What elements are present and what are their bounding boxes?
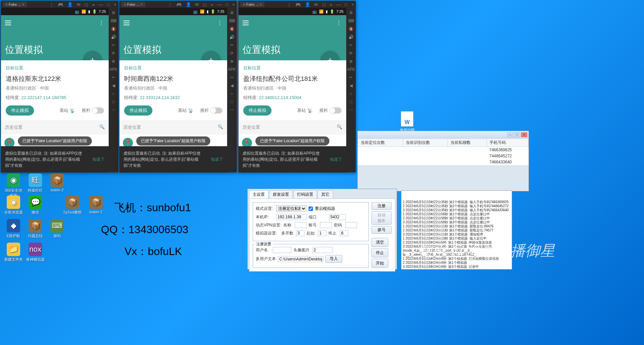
sidebar-tool-icon[interactable]: ○ bbox=[230, 91, 233, 96]
joystick-toggle[interactable]: 摇杆 bbox=[82, 107, 104, 114]
desktop-icon[interactable]: ◆E路护航 bbox=[3, 219, 24, 239]
sidebar-tool-icon[interactable]: ✂ bbox=[230, 75, 234, 80]
maximize-icon[interactable]: □ bbox=[226, 2, 228, 7]
sidebar-tool-icon[interactable]: ◀ bbox=[350, 83, 353, 88]
user-icon[interactable]: 👤 bbox=[305, 2, 310, 7]
sidebar-tool-icon[interactable]: ⌨ bbox=[229, 19, 235, 23]
mail-icon[interactable]: ✉ bbox=[314, 2, 318, 7]
sidebar-tool-icon[interactable]: ⚙ bbox=[349, 10, 353, 15]
sidebar-tool-icon[interactable]: ⊕ bbox=[112, 59, 115, 64]
joystick-toggle[interactable]: 摇杆 bbox=[319, 107, 342, 114]
table-row[interactable]: 7448645272 bbox=[358, 153, 529, 159]
stop-sim-button[interactable]: 停止模拟 bbox=[6, 105, 34, 116]
table-row[interactable]: 7466369825 bbox=[358, 147, 529, 153]
emu-titlebar[interactable]: ○ Fake ... × ⋮ 🎮 👤 ✉ ◻ « — □ × bbox=[1, 1, 118, 8]
square-icon[interactable]: ◻ bbox=[322, 2, 326, 7]
end-input[interactable] bbox=[340, 230, 348, 236]
minimize-button[interactable]: — bbox=[507, 132, 513, 137]
sidebar-tool-icon[interactable]: ✂ bbox=[349, 43, 353, 48]
gamepad-icon[interactable]: 🎮 bbox=[295, 2, 301, 7]
sidebar-tool-icon[interactable]: 🔇 bbox=[111, 27, 116, 31]
sidebar-tool-icon[interactable]: APK bbox=[109, 67, 117, 72]
desktop-icon[interactable]: 📦TgTool教程 bbox=[62, 195, 82, 215]
table-row[interactable]: 7466433640 bbox=[358, 159, 529, 165]
sidebar-tool-icon[interactable]: □ bbox=[350, 99, 352, 104]
toast-ok-button[interactable]: 知道了 bbox=[330, 156, 342, 162]
avatar-input[interactable] bbox=[312, 247, 332, 253]
chevrons-icon[interactable]: « bbox=[330, 2, 332, 7]
vert-dots-icon[interactable]: ⋮ bbox=[168, 2, 172, 7]
log-window[interactable]: 1 2022年6月5日15时22分35秒 第1个模拟器 输入手机号码746636… bbox=[401, 190, 512, 270]
sidebar-tool-icon[interactable]: ⊕ bbox=[349, 59, 353, 64]
desktop-icon[interactable]: ◉360安全浏览器 bbox=[3, 174, 24, 198]
emu-tab[interactable]: ○ Fake ... × bbox=[3, 2, 27, 7]
emu-titlebar[interactable]: ○ Fake ... × ⋮ 🎮 👤 ✉ ◻ « — □ × bbox=[119, 1, 237, 8]
close-icon[interactable]: × bbox=[351, 2, 354, 7]
sidebar-tool-icon[interactable]: ○ bbox=[350, 91, 352, 96]
desktop-icon[interactable]: 📦iosbin-2 bbox=[86, 195, 106, 214]
base-station-toggle[interactable]: 基站 📡 bbox=[297, 107, 313, 114]
dial-button[interactable]: 拨号 bbox=[371, 226, 392, 234]
start-input[interactable] bbox=[318, 230, 326, 236]
desktop-icon[interactable]: 📦iosbin-2 bbox=[47, 174, 67, 192]
user-icon[interactable]: 👤 bbox=[67, 2, 73, 7]
acct-input[interactable] bbox=[320, 222, 332, 228]
desktop-icon[interactable]: nox夜神模拟器 bbox=[25, 243, 45, 262]
sidebar-tool-icon[interactable]: APK bbox=[347, 67, 355, 72]
minimize-icon[interactable]: — bbox=[99, 2, 103, 7]
search-icon[interactable]: 🔍 bbox=[337, 124, 342, 130]
gamepad-icon[interactable]: 🎮 bbox=[58, 2, 63, 7]
joystick-toggle[interactable]: 摇杆 bbox=[200, 107, 222, 114]
vert-dots-icon[interactable]: ⋮ bbox=[49, 2, 54, 7]
square-icon[interactable]: ◻ bbox=[203, 2, 207, 7]
sidebar-tool-icon[interactable]: 🔇 bbox=[349, 27, 354, 31]
history-item[interactable]: 📍 盈泽纽扣配件公司北181米 已授予"Fake Location"超级用户权限 bbox=[239, 134, 346, 146]
gamepad-icon[interactable]: 🎮 bbox=[176, 2, 182, 7]
sidebar-tool-icon[interactable]: ⌨ bbox=[111, 19, 116, 23]
vert-dots-icon[interactable]: ⋮ bbox=[287, 2, 291, 7]
thread-input[interactable] bbox=[296, 230, 305, 236]
emu-tab[interactable]: ○ Fake ... × bbox=[121, 2, 145, 7]
clear-button[interactable]: 清空 bbox=[371, 238, 388, 247]
sidebar-tool-icon[interactable]: ✂ bbox=[112, 43, 115, 48]
sidebar-tool-icon[interactable]: □ bbox=[112, 99, 114, 104]
more-icon[interactable]: ⋯ bbox=[216, 20, 224, 26]
emu-titlebar[interactable]: ○ Fake ... × ⋮ 🎮 👤 ✉ ◻ « — □ × bbox=[239, 1, 356, 8]
stop-sim-button[interactable]: 停止模拟 bbox=[243, 105, 272, 116]
port-input[interactable] bbox=[329, 214, 346, 220]
sidebar-tool-icon[interactable]: 🔊 bbox=[229, 35, 235, 39]
sidebar-tool-icon[interactable]: ⋯ bbox=[349, 107, 353, 112]
sidebar-tool-icon[interactable]: ⟳ bbox=[349, 51, 353, 56]
square-icon[interactable]: ◻ bbox=[84, 2, 88, 7]
close-button[interactable]: × bbox=[521, 132, 527, 137]
emu-tab[interactable]: ○ Fake ... × bbox=[240, 2, 264, 7]
sidebar-tool-icon[interactable]: ✂ bbox=[230, 43, 234, 48]
maximize-button[interactable]: □ bbox=[514, 132, 520, 137]
user-input[interactable] bbox=[273, 247, 291, 253]
maximize-icon[interactable]: □ bbox=[345, 2, 348, 7]
sidebar-tool-icon[interactable]: ⋯ bbox=[111, 107, 115, 112]
sidebar-tool-icon[interactable]: ⚙ bbox=[230, 10, 234, 15]
more-icon[interactable]: ⋯ bbox=[98, 20, 105, 26]
sidebar-tool-icon[interactable]: 🔊 bbox=[111, 35, 116, 39]
doc-file-icon[interactable]: 使用说明 bbox=[399, 111, 416, 133]
sidebar-tool-icon[interactable]: ○ bbox=[112, 91, 114, 96]
maximize-icon[interactable]: □ bbox=[107, 2, 110, 7]
desktop-icon[interactable]: ◉谷歌浏览器 bbox=[3, 195, 24, 215]
sidebar-tool-icon[interactable]: ⊕ bbox=[230, 59, 234, 64]
sidebar-tool-icon[interactable]: ◀ bbox=[230, 83, 234, 88]
sidebar-tool-icon[interactable]: ⋯ bbox=[230, 107, 234, 112]
close-icon[interactable]: × bbox=[232, 2, 235, 7]
path-input[interactable] bbox=[278, 256, 323, 262]
sidebar-tool-icon[interactable]: ✂ bbox=[349, 75, 353, 80]
minimize-icon[interactable]: — bbox=[217, 2, 222, 7]
search-icon[interactable]: 🔍 bbox=[99, 124, 105, 130]
sidebar-tool-icon[interactable]: □ bbox=[230, 99, 233, 104]
hamburger-icon[interactable] bbox=[243, 21, 249, 25]
sidebar-tool-icon[interactable]: ⟳ bbox=[112, 51, 115, 56]
mail-icon[interactable]: ✉ bbox=[77, 2, 80, 7]
search-icon[interactable]: 🔍 bbox=[218, 124, 223, 130]
sidebar-tool-icon[interactable]: APK bbox=[228, 67, 236, 72]
sidebar-tool-icon[interactable]: 🔇 bbox=[229, 27, 235, 31]
autoserve-button[interactable]: 自动服务 bbox=[371, 211, 392, 225]
